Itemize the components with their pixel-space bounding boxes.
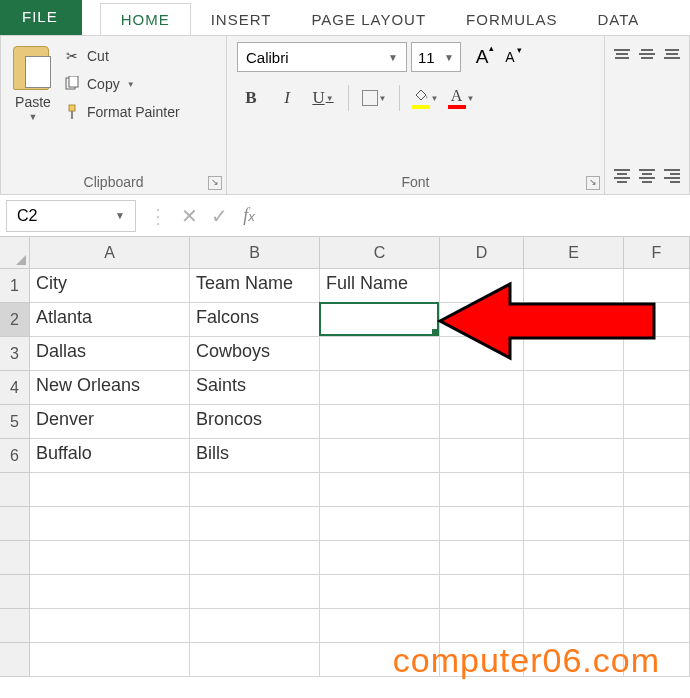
align-bottom-button[interactable]	[662, 42, 681, 66]
name-box[interactable]: C2 ▼	[6, 200, 136, 232]
column-header-B[interactable]: B	[190, 237, 320, 269]
cell[interactable]: New Orleans	[30, 371, 190, 405]
cell[interactable]	[624, 473, 690, 507]
font-color-button[interactable]: A▼	[447, 84, 475, 112]
tab-page-layout[interactable]: PAGE LAYOUT	[291, 4, 446, 35]
format-painter-button[interactable]: Format Painter	[59, 100, 184, 124]
cell[interactable]	[320, 303, 440, 337]
column-header-A[interactable]: A	[30, 237, 190, 269]
column-header-D[interactable]: D	[440, 237, 524, 269]
dialog-launcher-clipboard[interactable]: ↘	[208, 176, 222, 190]
column-header-E[interactable]: E	[524, 237, 624, 269]
cancel-formula-button[interactable]: ✕	[174, 204, 204, 228]
cell[interactable]: Broncos	[190, 405, 320, 439]
column-header-F[interactable]: F	[624, 237, 690, 269]
cell[interactable]	[320, 541, 440, 575]
increase-font-size-button[interactable]: A▴	[469, 43, 495, 71]
cell[interactable]	[190, 609, 320, 643]
cell[interactable]	[524, 269, 624, 303]
cell[interactable]	[624, 269, 690, 303]
cell[interactable]: Atlanta	[30, 303, 190, 337]
cell[interactable]: Denver	[30, 405, 190, 439]
cell[interactable]	[624, 541, 690, 575]
cell[interactable]	[190, 643, 320, 677]
paste-button[interactable]: Paste ▼	[11, 42, 55, 172]
cell[interactable]	[524, 337, 624, 371]
cell[interactable]	[320, 575, 440, 609]
cell[interactable]: Cowboys	[190, 337, 320, 371]
cell[interactable]	[440, 473, 524, 507]
insert-function-button[interactable]: fx	[234, 205, 264, 226]
cut-button[interactable]: ✂ Cut	[59, 44, 184, 68]
row-header[interactable]: 1	[0, 269, 30, 303]
font-size-combo[interactable]: 11 ▼	[411, 42, 461, 72]
formula-bar-input[interactable]	[264, 200, 690, 232]
cell[interactable]	[524, 439, 624, 473]
cell[interactable]	[30, 643, 190, 677]
cell[interactable]	[624, 507, 690, 541]
cell[interactable]	[440, 507, 524, 541]
cell[interactable]	[624, 405, 690, 439]
italic-button[interactable]: I	[273, 84, 301, 112]
cell[interactable]	[624, 609, 690, 643]
cell[interactable]	[320, 609, 440, 643]
cell[interactable]: Buffalo	[30, 439, 190, 473]
cell[interactable]	[440, 337, 524, 371]
row-header[interactable]	[0, 473, 30, 507]
align-center-button[interactable]	[638, 164, 657, 188]
cell[interactable]: Dallas	[30, 337, 190, 371]
cell[interactable]	[524, 609, 624, 643]
underline-button[interactable]: U▼	[309, 84, 337, 112]
cell[interactable]	[624, 439, 690, 473]
align-left-button[interactable]	[613, 164, 632, 188]
cell[interactable]	[524, 405, 624, 439]
row-header[interactable]: 6	[0, 439, 30, 473]
cell[interactable]	[524, 303, 624, 337]
cell[interactable]	[524, 371, 624, 405]
cell[interactable]	[440, 609, 524, 643]
row-header[interactable]: 5	[0, 405, 30, 439]
row-header[interactable]: 4	[0, 371, 30, 405]
cell[interactable]	[440, 303, 524, 337]
cell[interactable]	[320, 507, 440, 541]
cell[interactable]	[624, 337, 690, 371]
row-header[interactable]	[0, 643, 30, 677]
row-header[interactable]	[0, 541, 30, 575]
cell[interactable]	[320, 405, 440, 439]
align-middle-button[interactable]	[638, 42, 657, 66]
font-name-combo[interactable]: Calibri ▼	[237, 42, 407, 72]
cell[interactable]: Full Name	[320, 269, 440, 303]
cell[interactable]	[524, 473, 624, 507]
cell[interactable]	[624, 575, 690, 609]
cell[interactable]	[524, 541, 624, 575]
row-header[interactable]	[0, 609, 30, 643]
cell[interactable]	[30, 609, 190, 643]
tab-data[interactable]: DATA	[577, 4, 659, 35]
cell[interactable]	[320, 439, 440, 473]
row-header[interactable]: 2	[0, 303, 30, 337]
cell[interactable]	[440, 269, 524, 303]
cell[interactable]	[320, 337, 440, 371]
chevron-down-icon[interactable]: ▼	[29, 112, 38, 122]
tab-home[interactable]: HOME	[100, 3, 191, 35]
file-tab[interactable]: FILE	[0, 0, 82, 35]
fill-color-button[interactable]: ▼	[411, 84, 439, 112]
cell[interactable]	[624, 371, 690, 405]
cell[interactable]: Saints	[190, 371, 320, 405]
cell[interactable]	[320, 371, 440, 405]
row-header[interactable]	[0, 507, 30, 541]
cell[interactable]	[524, 575, 624, 609]
cell[interactable]	[30, 507, 190, 541]
cell[interactable]	[190, 541, 320, 575]
copy-button[interactable]: Copy ▼	[59, 72, 184, 96]
cell[interactable]	[30, 541, 190, 575]
tab-insert[interactable]: INSERT	[191, 4, 292, 35]
enter-formula-button[interactable]: ✓	[204, 204, 234, 228]
cell[interactable]	[440, 439, 524, 473]
dialog-launcher-font[interactable]: ↘	[586, 176, 600, 190]
cell[interactable]	[190, 575, 320, 609]
cell[interactable]	[30, 575, 190, 609]
align-right-button[interactable]	[662, 164, 681, 188]
decrease-font-size-button[interactable]: A▾	[497, 43, 523, 71]
cell[interactable]: Bills	[190, 439, 320, 473]
